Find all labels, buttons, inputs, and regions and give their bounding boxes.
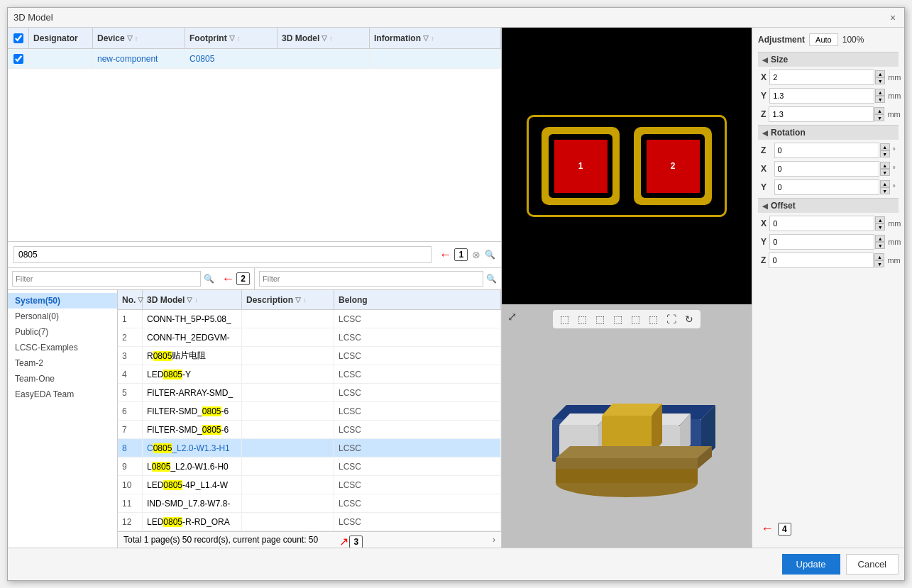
expand-button[interactable]: ⤢: [507, 310, 517, 323]
auto-button[interactable]: Auto: [809, 33, 838, 46]
td-row-desc: [242, 310, 334, 328]
model-sort-icon[interactable]: ↕: [194, 296, 198, 304]
size-y-down[interactable]: ▼: [875, 96, 885, 103]
size-x-input[interactable]: [769, 70, 874, 85]
list-row[interactable]: 5 FILTER-ARRAY-SMD_ LCSC: [118, 384, 501, 402]
highlight-text: 0805: [153, 443, 172, 453]
list-row[interactable]: 8 C0805_L2.0-W1.3-H1 LCSC: [118, 439, 501, 457]
info-filter-icon[interactable]: ▽: [423, 34, 429, 42]
size-z-up[interactable]: ▲: [874, 107, 884, 114]
list-row[interactable]: 7 FILTER-SMD_0805-6 LCSC: [118, 421, 501, 439]
offset-z-down[interactable]: ▼: [874, 260, 884, 267]
filter-indicator-num: 2: [236, 272, 250, 285]
rotation-z-down[interactable]: ▼: [880, 150, 890, 157]
size-z-input[interactable]: [769, 106, 874, 122]
size-collapse-icon[interactable]: ◀: [762, 56, 768, 64]
left-filter-search-icon[interactable]: 🔍: [204, 274, 214, 284]
offset-x-input[interactable]: [769, 216, 874, 231]
td-row-no: 3: [118, 347, 143, 365]
size-x-down[interactable]: ▼: [875, 77, 885, 84]
offset-z-unit: mm: [887, 256, 900, 265]
td-row-no: 1: [118, 310, 143, 328]
info-sort-icon[interactable]: ↕: [431, 35, 434, 42]
rotation-z-up[interactable]: ▲: [880, 143, 890, 150]
search-button[interactable]: 🔍: [485, 250, 495, 260]
size-y-up[interactable]: ▲: [875, 89, 885, 96]
tree-item-easyeda[interactable]: EasyEDA Team: [8, 387, 117, 402]
table-row[interactable]: new-component C0805: [8, 49, 501, 69]
left-filter-input[interactable]: [12, 271, 201, 287]
search-input[interactable]: [13, 246, 432, 263]
device-filter-icon[interactable]: ▽: [127, 34, 133, 42]
view-btn-4[interactable]: ⬚: [610, 312, 625, 326]
td-row-no: 5: [118, 384, 143, 401]
size-y-input[interactable]: [769, 88, 874, 104]
view-btn-3[interactable]: ⬚: [593, 312, 608, 326]
rotation-z-input[interactable]: [774, 143, 879, 158]
offset-y-down[interactable]: ▼: [875, 242, 885, 249]
select-all-checkbox[interactable]: [13, 33, 23, 43]
offset-y-up[interactable]: ▲: [875, 235, 885, 242]
list-row[interactable]: 1 CONN-TH_5P-P5.08_ LCSC: [118, 310, 501, 328]
offset-y-input[interactable]: [769, 234, 874, 250]
desc-filter-icon[interactable]: ▽: [295, 296, 301, 304]
right-filter-input[interactable]: [259, 271, 483, 287]
pad2-outer: 2: [634, 127, 712, 205]
list-row[interactable]: 11 IND-SMD_L7.8-W7.8- LCSC: [118, 494, 501, 513]
right-filter-col: 🔍: [255, 268, 501, 289]
desc-sort-icon[interactable]: ↕: [303, 296, 307, 304]
middle-panel: 1 2 ⤢: [502, 28, 752, 548]
tree-item-public[interactable]: Public(7): [8, 324, 117, 340]
tree-item-team-one[interactable]: Team-One: [8, 371, 117, 387]
offset-x-spinner: ▲ ▼: [875, 216, 885, 231]
list-row[interactable]: 10 LED0805-4P_L1.4-W LCSC: [118, 476, 501, 494]
offset-z-up[interactable]: ▲: [874, 253, 884, 260]
fit-btn[interactable]: ⛶: [664, 312, 679, 326]
row-checkbox[interactable]: [13, 54, 23, 64]
td-row-desc: [242, 347, 334, 365]
offset-x-up[interactable]: ▲: [875, 216, 885, 223]
rotation-y-input[interactable]: [774, 179, 879, 195]
size-z-unit: mm: [887, 110, 900, 118]
refresh-btn[interactable]: ↻: [682, 312, 696, 326]
td-row-model: CONN-TH_2EDGVM-: [143, 328, 242, 346]
close-button[interactable]: ×: [887, 12, 899, 23]
list-row[interactable]: 2 CONN-TH_2EDGVM- LCSC: [118, 328, 501, 347]
tree-item-personal[interactable]: Personal(0): [8, 309, 117, 324]
view-btn-2[interactable]: ⬚: [575, 312, 590, 326]
list-row[interactable]: 3 R0805贴片电阻 LCSC: [118, 347, 501, 365]
3dmodel-filter-icon[interactable]: ▽: [322, 34, 327, 42]
rotation-y-down[interactable]: ▼: [880, 187, 890, 194]
3dmodel-sort-icon[interactable]: ↕: [329, 35, 333, 42]
search-clear-button[interactable]: ⊗: [472, 249, 480, 260]
rotation-x-input[interactable]: [774, 161, 879, 177]
footprint-sort-icon[interactable]: ↕: [237, 35, 241, 42]
offset-z-input[interactable]: [769, 253, 874, 268]
update-button[interactable]: Update: [782, 554, 840, 575]
rotation-x-up[interactable]: ▲: [880, 162, 890, 169]
device-sort-icon[interactable]: ↕: [135, 35, 138, 42]
tree-item-lcsc-examples[interactable]: LCSC-Examples: [8, 340, 117, 355]
tree-item-team2[interactable]: Team-2: [8, 355, 117, 371]
tree-item-system[interactable]: System(50): [8, 293, 117, 309]
cancel-button[interactable]: Cancel: [846, 554, 899, 575]
right-filter-search-icon[interactable]: 🔍: [486, 274, 497, 284]
offset-collapse-icon[interactable]: ◀: [762, 202, 768, 210]
footprint-filter-icon[interactable]: ▽: [229, 34, 235, 42]
rotation-y-up[interactable]: ▲: [880, 180, 890, 187]
list-row[interactable]: 6 FILTER-SMD_0805-6 LCSC: [118, 402, 501, 421]
list-next-btn[interactable]: ›: [493, 535, 495, 545]
view-btn-5[interactable]: ⬚: [628, 312, 643, 326]
bottom-search-area: ← 1 ⊗ 🔍 🔍 ← 2: [8, 242, 501, 548]
list-row[interactable]: 4 LED0805-Y LCSC: [118, 365, 501, 384]
model-filter-icon[interactable]: ▽: [187, 296, 192, 304]
rotation-x-down[interactable]: ▼: [880, 169, 890, 176]
rotation-collapse-icon[interactable]: ◀: [762, 129, 768, 137]
view-btn-6[interactable]: ⬚: [646, 312, 661, 326]
size-z-down[interactable]: ▼: [874, 114, 884, 121]
list-row[interactable]: 9 L0805_L2.0-W1.6-H0 LCSC: [118, 457, 501, 476]
offset-x-down[interactable]: ▼: [875, 223, 885, 231]
size-x-up[interactable]: ▲: [875, 70, 885, 77]
list-row[interactable]: 12 LED0805-R-RD_ORA LCSC: [118, 513, 501, 531]
view-btn-1[interactable]: ⬚: [557, 312, 572, 326]
